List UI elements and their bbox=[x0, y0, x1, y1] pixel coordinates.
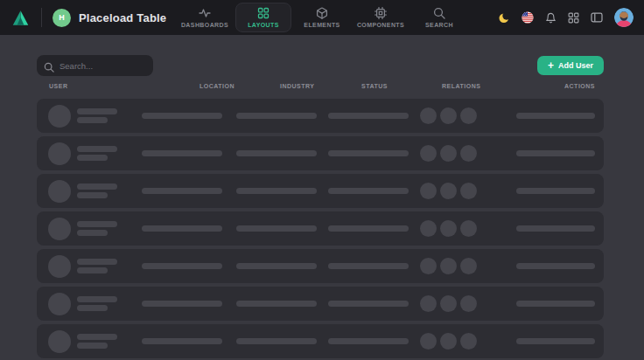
table-row-skeleton bbox=[37, 99, 604, 133]
industry-placeholder bbox=[236, 188, 317, 194]
subtitle-placeholder bbox=[77, 343, 108, 349]
nav-item-dashboards[interactable]: DASHBOARDS bbox=[177, 3, 233, 32]
status-placeholder bbox=[328, 338, 409, 344]
column-header-status: STATUS bbox=[361, 83, 388, 89]
actions-placeholder bbox=[516, 225, 595, 232]
location-placeholder bbox=[142, 301, 222, 307]
column-header-location: LOCATION bbox=[200, 83, 234, 89]
actions-placeholder bbox=[516, 263, 595, 269]
relation-avatar-placeholder bbox=[440, 258, 457, 274]
nav-item-elements[interactable]: ELEMENTS bbox=[294, 3, 350, 32]
table-row-skeleton bbox=[37, 174, 604, 208]
relation-avatar-placeholder bbox=[460, 220, 477, 237]
add-user-button[interactable]: + Add User bbox=[537, 56, 604, 75]
relation-avatar-placeholder bbox=[440, 183, 457, 199]
status-placeholder bbox=[328, 301, 409, 307]
relation-avatar-placeholder bbox=[420, 145, 437, 162]
status-placeholder bbox=[328, 263, 409, 269]
name-placeholder bbox=[77, 183, 117, 190]
page-title: Placeload Table bbox=[79, 11, 166, 24]
industry-placeholder bbox=[236, 338, 317, 344]
column-header-industry: INDUSTRY bbox=[280, 83, 315, 89]
plus-icon: + bbox=[548, 60, 554, 71]
nav-item-components[interactable]: COMPONENTS bbox=[353, 3, 409, 32]
table-body bbox=[0, 99, 644, 358]
name-placeholder bbox=[77, 221, 117, 227]
relation-avatar-placeholder bbox=[460, 333, 477, 350]
subtitle-placeholder bbox=[77, 155, 108, 161]
column-header-user: USER bbox=[49, 83, 67, 89]
status-placeholder bbox=[328, 188, 409, 194]
table-column-headers: USER LOCATION INDUSTRY STATUS RELATIONS … bbox=[0, 83, 644, 93]
top-header: H Placeload Table DASHBOARDS LAYOUTS bbox=[0, 0, 644, 35]
name-placeholder bbox=[77, 334, 117, 340]
dark-mode-toggle-moon-icon[interactable] bbox=[499, 12, 510, 24]
location-placeholder bbox=[142, 150, 222, 156]
name-placeholder bbox=[77, 146, 117, 152]
nav-item-layouts[interactable]: LAYOUTS bbox=[235, 3, 291, 32]
relation-avatar-placeholder bbox=[420, 183, 437, 199]
relation-avatar-placeholder bbox=[460, 145, 477, 162]
notifications-bell-icon[interactable] bbox=[545, 12, 556, 24]
relation-avatar-placeholder bbox=[420, 107, 437, 124]
column-header-actions: ACTIONS bbox=[564, 83, 595, 89]
relation-avatar-placeholder bbox=[440, 220, 457, 237]
actions-placeholder bbox=[516, 301, 595, 307]
subtitle-placeholder bbox=[77, 192, 108, 198]
nav-label: ELEMENTS bbox=[304, 22, 340, 28]
table-row-skeleton bbox=[37, 211, 604, 246]
actions-placeholder bbox=[516, 113, 595, 119]
column-header-relations: RELATIONS bbox=[442, 83, 480, 89]
table-row-skeleton bbox=[37, 249, 604, 283]
industry-placeholder bbox=[236, 301, 317, 307]
relation-avatar-placeholder bbox=[440, 145, 457, 162]
language-us-flag-icon[interactable] bbox=[522, 11, 534, 24]
cpu-icon bbox=[374, 7, 387, 19]
avatar-placeholder bbox=[48, 330, 71, 353]
search-icon bbox=[433, 7, 445, 19]
triangle-logo-icon bbox=[11, 8, 30, 28]
page-letter-badge: H bbox=[52, 9, 71, 27]
nav-label: DASHBOARDS bbox=[181, 22, 228, 28]
toolbar: + Add User bbox=[37, 55, 604, 76]
subtitle-placeholder bbox=[77, 117, 108, 123]
subtitle-placeholder bbox=[77, 267, 108, 273]
location-placeholder bbox=[142, 263, 222, 269]
sidebar-panel-icon[interactable] bbox=[591, 11, 603, 24]
avatar-placeholder bbox=[48, 142, 71, 165]
actions-placeholder bbox=[516, 338, 595, 344]
nav-item-search[interactable]: SEARCH bbox=[411, 3, 467, 32]
industry-placeholder bbox=[236, 113, 317, 119]
avatar-placeholder bbox=[48, 293, 71, 315]
relation-avatar-placeholder bbox=[460, 295, 477, 312]
status-placeholder bbox=[328, 225, 409, 232]
search-box bbox=[37, 55, 153, 76]
actions-placeholder bbox=[516, 188, 595, 194]
relation-avatar-placeholder bbox=[440, 107, 457, 124]
topbar-actions bbox=[499, 8, 644, 27]
table-row-skeleton bbox=[37, 136, 604, 170]
relation-avatar-placeholder bbox=[420, 258, 437, 274]
app-logo-icon[interactable] bbox=[11, 8, 30, 28]
relation-avatar-placeholder bbox=[460, 183, 477, 199]
name-placeholder bbox=[77, 108, 117, 114]
main-nav: DASHBOARDS LAYOUTS ELEMENTS bbox=[177, 0, 467, 35]
apps-grid-icon[interactable] bbox=[568, 12, 579, 24]
nav-label: COMPONENTS bbox=[357, 22, 404, 28]
relation-avatar-placeholder bbox=[460, 107, 477, 124]
location-placeholder bbox=[142, 188, 222, 194]
name-placeholder bbox=[77, 259, 117, 265]
subtitle-placeholder bbox=[77, 230, 108, 236]
table-row-skeleton bbox=[37, 287, 604, 321]
location-placeholder bbox=[142, 113, 222, 119]
subtitle-placeholder bbox=[77, 305, 108, 311]
add-user-label: Add User bbox=[558, 61, 593, 70]
avatar-placeholder bbox=[48, 255, 71, 278]
location-placeholder bbox=[142, 225, 222, 232]
nav-label: LAYOUTS bbox=[248, 22, 279, 28]
location-placeholder bbox=[142, 338, 222, 344]
search-icon bbox=[44, 60, 54, 76]
avatar-placeholder bbox=[48, 218, 71, 240]
avatar-placeholder bbox=[48, 105, 71, 128]
user-avatar[interactable] bbox=[614, 8, 634, 27]
